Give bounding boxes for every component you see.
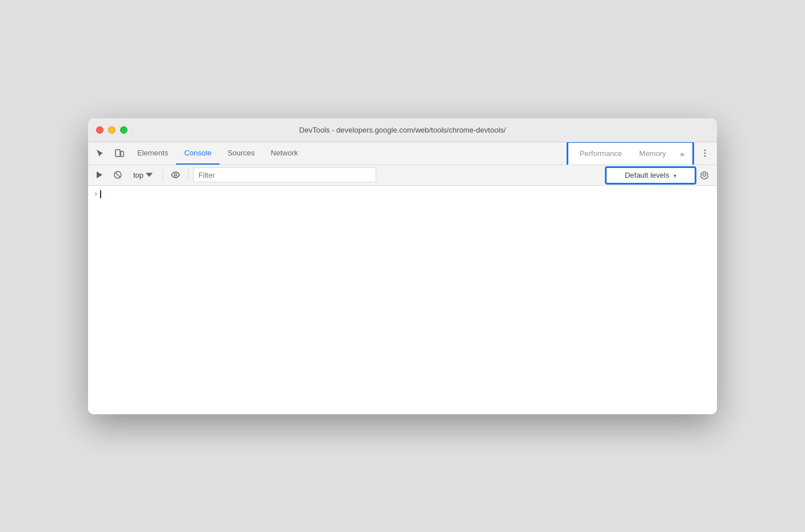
svg-marker-5 xyxy=(97,171,102,178)
more-tabs-button[interactable]: » xyxy=(675,145,689,163)
clear-console-button[interactable] xyxy=(110,167,126,183)
live-expressions-button[interactable] xyxy=(168,167,184,183)
devtools-window: DevTools - developers.google.com/web/too… xyxy=(88,118,717,414)
tab-sources[interactable]: Sources xyxy=(220,142,263,165)
tab-elements[interactable]: Elements xyxy=(129,142,176,165)
cursor xyxy=(100,190,101,198)
svg-point-2 xyxy=(704,150,706,151)
close-button[interactable] xyxy=(96,126,103,134)
svg-point-8 xyxy=(174,174,177,176)
devtools-tabs-bar: Elements Console Sources Network Perform… xyxy=(88,142,717,165)
chevron-down-icon: ▾ xyxy=(674,173,676,179)
device-icon xyxy=(115,149,124,158)
execute-button[interactable] xyxy=(91,167,107,183)
dropdown-arrow-icon xyxy=(146,171,153,178)
tab-network[interactable]: Network xyxy=(263,142,306,165)
console-toolbar: top Default levels ▾ xyxy=(88,165,717,186)
maximize-button[interactable] xyxy=(120,126,127,134)
divider xyxy=(162,169,163,181)
settings-button[interactable] xyxy=(696,167,712,183)
console-prompt-line: › xyxy=(90,189,105,199)
eye-icon xyxy=(171,170,180,179)
tab-memory[interactable]: Memory xyxy=(631,143,674,165)
cursor-icon xyxy=(95,149,105,158)
tab-console[interactable]: Console xyxy=(176,142,220,165)
context-value: top xyxy=(133,171,144,179)
svg-rect-1 xyxy=(121,151,123,157)
inspect-icon-button[interactable] xyxy=(90,142,110,165)
default-levels-button[interactable]: Default levels ▾ xyxy=(625,171,677,179)
vertical-dots-icon xyxy=(700,149,710,158)
svg-line-7 xyxy=(115,173,121,178)
traffic-lights xyxy=(96,126,127,134)
tab-overflow-highlighted: Performance Memory » xyxy=(567,142,694,165)
gear-icon xyxy=(700,170,709,179)
log-levels-highlighted: Default levels ▾ xyxy=(605,166,696,185)
svg-point-3 xyxy=(704,153,706,154)
filter-input[interactable] xyxy=(193,167,376,182)
more-options-button[interactable] xyxy=(695,142,715,165)
context-selector[interactable]: top xyxy=(128,167,158,182)
tab-performance[interactable]: Performance xyxy=(572,143,630,165)
device-toolbar-button[interactable] xyxy=(110,142,129,165)
minimize-button[interactable] xyxy=(108,126,115,134)
prompt-arrow-icon: › xyxy=(94,190,98,198)
block-icon xyxy=(113,170,122,179)
svg-rect-0 xyxy=(115,150,120,157)
console-content[interactable]: › xyxy=(88,186,717,414)
divider-2 xyxy=(188,169,189,181)
title-bar: DevTools - developers.google.com/web/too… xyxy=(88,118,717,142)
svg-point-4 xyxy=(704,155,706,157)
window-title: DevTools - developers.google.com/web/too… xyxy=(299,126,505,134)
play-icon xyxy=(95,170,104,179)
